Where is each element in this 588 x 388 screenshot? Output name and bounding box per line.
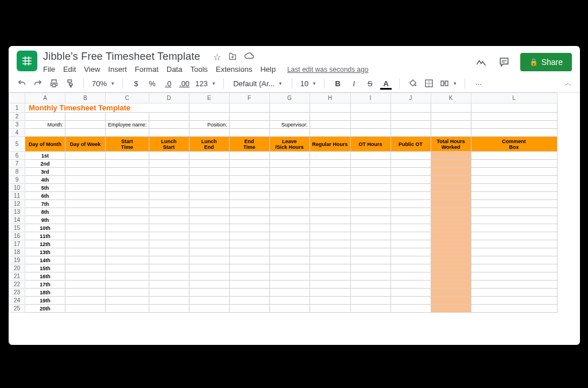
cell[interactable] (390, 232, 431, 240)
cell[interactable] (431, 272, 471, 281)
cell[interactable] (390, 103, 431, 113)
cell[interactable] (350, 113, 390, 121)
cell[interactable] (471, 192, 557, 200)
spreadsheet[interactable]: ABCDEFGHIJKL1Monthly Timesheet Template2… (9, 93, 580, 334)
cell[interactable] (390, 168, 431, 176)
cell[interactable] (350, 129, 390, 137)
font-select[interactable]: Default (Ar... (232, 79, 284, 88)
cell[interactable] (350, 232, 390, 240)
cell[interactable] (390, 264, 431, 272)
cell[interactable] (350, 176, 390, 184)
cell[interactable] (350, 121, 390, 129)
cell[interactable] (310, 103, 350, 113)
italic-button[interactable]: I (349, 79, 359, 88)
cell[interactable] (269, 208, 310, 216)
cell[interactable] (106, 160, 149, 168)
cell[interactable] (390, 281, 431, 289)
cell[interactable] (149, 160, 189, 168)
cell[interactable] (390, 224, 431, 232)
cell[interactable] (229, 129, 269, 137)
cell[interactable] (350, 216, 390, 224)
row-header[interactable]: 13 (9, 208, 25, 216)
cell[interactable] (106, 216, 149, 224)
cell[interactable] (65, 208, 106, 216)
cell[interactable] (310, 281, 350, 289)
cell[interactable] (350, 264, 390, 272)
cell[interactable] (65, 216, 106, 224)
cell[interactable] (65, 281, 106, 289)
cell[interactable] (106, 256, 149, 264)
cell[interactable] (431, 232, 471, 240)
cell[interactable] (106, 248, 149, 256)
row-header[interactable]: 8 (9, 168, 25, 176)
row-header[interactable]: 19 (9, 256, 25, 264)
cell[interactable] (431, 184, 471, 192)
cell[interactable] (149, 272, 189, 281)
cell[interactable] (471, 200, 557, 208)
strike-button[interactable]: S (365, 79, 375, 88)
cell[interactable] (189, 272, 229, 281)
cell[interactable] (269, 184, 310, 192)
cell[interactable] (431, 240, 471, 248)
cell[interactable] (149, 240, 189, 248)
cell[interactable] (431, 289, 471, 297)
col-header[interactable]: H (310, 93, 350, 103)
cell[interactable] (350, 240, 390, 248)
cell[interactable] (149, 200, 189, 208)
cell[interactable] (106, 240, 149, 248)
cell[interactable] (310, 297, 350, 305)
cell[interactable] (350, 208, 390, 216)
column-header-cell[interactable]: Public OT (390, 137, 431, 152)
cell[interactable] (65, 240, 106, 248)
cell[interactable] (65, 248, 106, 256)
cell[interactable] (310, 129, 350, 137)
cell[interactable] (149, 248, 189, 256)
cell[interactable] (229, 113, 269, 121)
cell[interactable] (25, 113, 65, 121)
cell[interactable] (65, 160, 106, 168)
row-header[interactable]: 21 (9, 272, 25, 281)
cell[interactable] (471, 232, 557, 240)
column-header-cell[interactable]: LunchStart (149, 137, 189, 152)
bold-button[interactable]: B (332, 79, 343, 88)
cell[interactable] (310, 256, 350, 264)
cell[interactable] (65, 152, 106, 160)
cell[interactable] (65, 168, 106, 176)
cell[interactable] (310, 192, 350, 200)
cell[interactable] (189, 281, 229, 289)
cell[interactable] (350, 289, 390, 297)
cell[interactable] (189, 256, 229, 264)
col-header[interactable]: L (471, 93, 557, 103)
cell[interactable] (269, 216, 310, 224)
cell[interactable] (310, 152, 350, 160)
cell[interactable] (310, 272, 350, 281)
row-header[interactable]: 16 (9, 232, 25, 240)
cell[interactable] (471, 184, 557, 192)
cell[interactable] (350, 103, 390, 113)
day-cell[interactable]: 3rd (25, 168, 65, 176)
cell[interactable] (431, 113, 471, 121)
cell[interactable] (189, 113, 229, 121)
number-format-select[interactable]: 123 (195, 79, 215, 88)
cell[interactable] (106, 200, 149, 208)
sheet-title[interactable]: Monthly Timesheet Template (25, 103, 189, 113)
last-edit-text[interactable]: Last edit was seconds ago (287, 66, 368, 74)
cell[interactable] (65, 121, 106, 129)
cell[interactable] (149, 121, 189, 129)
cell[interactable] (65, 176, 106, 184)
cell[interactable] (269, 297, 310, 305)
cell[interactable] (431, 297, 471, 305)
col-header[interactable]: J (390, 93, 431, 103)
cell[interactable] (390, 200, 431, 208)
menu-format[interactable]: Format (135, 65, 158, 74)
cell[interactable] (229, 103, 269, 113)
cell[interactable] (269, 176, 310, 184)
sheets-logo[interactable] (17, 51, 37, 71)
col-header[interactable]: A (25, 93, 65, 103)
day-cell[interactable]: 16th (25, 272, 65, 281)
print-button[interactable] (49, 79, 59, 88)
cell[interactable] (350, 281, 390, 289)
day-cell[interactable]: 10th (25, 224, 65, 232)
cell[interactable] (471, 289, 557, 297)
cell[interactable] (229, 152, 269, 160)
